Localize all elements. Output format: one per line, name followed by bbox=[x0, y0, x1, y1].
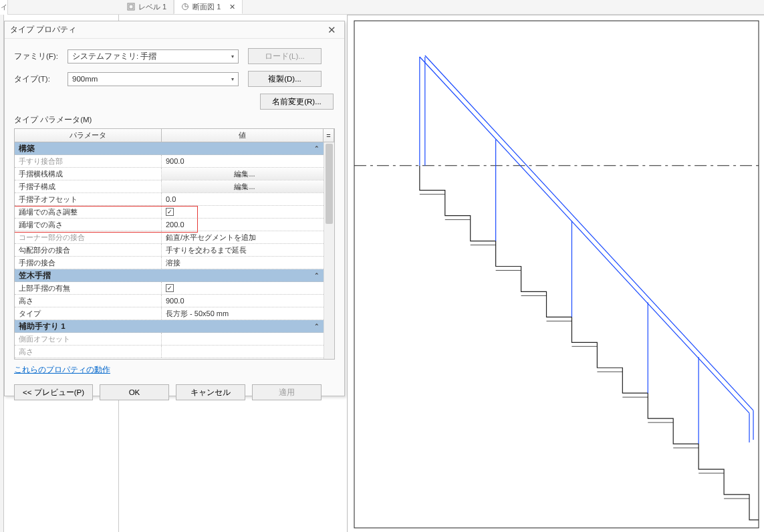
param-name: 手すり接合部 bbox=[15, 155, 162, 167]
header-value[interactable]: 値 bbox=[162, 129, 324, 142]
close-icon[interactable]: ✕ bbox=[229, 3, 235, 11]
scrollbar[interactable] bbox=[324, 142, 334, 359]
param-name: 踊場での高さ bbox=[15, 219, 162, 231]
cancel-button[interactable]: キャンセル bbox=[176, 384, 245, 400]
type-select[interactable]: 900mm ▾ bbox=[68, 72, 239, 86]
param-name: 踊場での高さ調整 bbox=[15, 206, 162, 218]
svg-rect-1 bbox=[129, 5, 133, 9]
edit-button[interactable]: 編集... bbox=[162, 180, 324, 192]
section-view-canvas[interactable] bbox=[347, 15, 764, 532]
plan-view-icon bbox=[127, 3, 135, 11]
param-name: 手摺子オフセット bbox=[15, 193, 162, 205]
svg-line-7 bbox=[420, 57, 749, 413]
parameter-table: パラメータ 値 = 構築⌃ 手すり接合部900.0 手摺横桟構成編集... 手摺… bbox=[14, 128, 335, 360]
section-drawing bbox=[348, 15, 764, 532]
collapse-icon: ⌃ bbox=[314, 272, 320, 279]
param-name: 高さ bbox=[15, 346, 162, 358]
collapse-icon: ⌃ bbox=[314, 323, 320, 329]
type-value: 900mm bbox=[72, 75, 98, 83]
family-label: ファミリ(F): bbox=[14, 51, 58, 61]
param-name: 高さ bbox=[15, 295, 162, 307]
scrollbar-thumb[interactable] bbox=[326, 144, 333, 224]
family-value: システムファミリ: 手摺 bbox=[72, 51, 156, 61]
tab-label: 断面図 1 bbox=[193, 2, 221, 12]
section-view-icon bbox=[181, 3, 189, 11]
properties-edge-tab[interactable]: イ bbox=[0, 0, 8, 15]
param-value[interactable] bbox=[162, 346, 324, 358]
checkbox-icon: ✓ bbox=[166, 208, 174, 216]
param-checkbox[interactable]: ✓ bbox=[162, 282, 324, 294]
document-tabs: イ レベル 1 断面図 1 ✕ bbox=[0, 0, 764, 15]
close-icon[interactable]: ✕ bbox=[325, 24, 339, 36]
param-value[interactable]: 鉛直/水平セグメントを追加 bbox=[162, 231, 324, 243]
tab-level-1[interactable]: レベル 1 bbox=[120, 0, 174, 14]
param-value[interactable]: 長方形 - 50x50 mm bbox=[162, 307, 324, 319]
checkbox-icon: ✓ bbox=[166, 284, 174, 292]
param-value[interactable]: 溶接 bbox=[162, 257, 324, 269]
group-handrail-1[interactable]: 補助手すり 1⌃ bbox=[15, 320, 324, 333]
param-checkbox[interactable]: ✓ bbox=[162, 206, 324, 218]
param-value[interactable]: 0.0 bbox=[162, 193, 324, 205]
chevron-down-icon: ▾ bbox=[231, 76, 234, 82]
family-select[interactable]: システムファミリ: 手摺 ▾ bbox=[68, 49, 239, 63]
param-name: コーナー部分の接合 bbox=[15, 231, 162, 243]
type-label: タイプ(T): bbox=[14, 74, 58, 84]
type-properties-dialog: タイプ プロパティ ✕ ファミリ(F): システムファミリ: 手摺 ▾ ロード(… bbox=[4, 21, 345, 396]
param-name: タイプ bbox=[15, 307, 162, 319]
svg-rect-3 bbox=[354, 21, 759, 528]
param-name: 勾配部分の接合 bbox=[15, 244, 162, 256]
param-value[interactable]: 900.0 bbox=[162, 295, 324, 307]
ok-button[interactable]: OK bbox=[100, 384, 169, 400]
dialog-titlebar[interactable]: タイプ プロパティ ✕ bbox=[5, 21, 344, 39]
dialog-title: タイプ プロパティ bbox=[10, 24, 76, 35]
duplicate-button[interactable]: 複製(D)... bbox=[248, 71, 322, 87]
rename-button[interactable]: 名前変更(R)... bbox=[260, 94, 334, 110]
param-value[interactable]: 200.0 bbox=[162, 219, 324, 231]
param-name: 側面オフセット bbox=[15, 333, 162, 345]
param-name: 手摺子構成 bbox=[15, 180, 162, 192]
tab-section-1[interactable]: 断面図 1 ✕ bbox=[174, 0, 243, 14]
header-parameter[interactable]: パラメータ bbox=[15, 129, 162, 142]
group-construction[interactable]: 構築⌃ bbox=[15, 142, 324, 155]
load-button: ロード(L)... bbox=[248, 48, 322, 64]
param-name: 上部手摺の有無 bbox=[15, 282, 162, 294]
param-name: 手摺の接合 bbox=[15, 257, 162, 269]
apply-button: 適用 bbox=[252, 384, 322, 400]
group-top-rail[interactable]: 笠木手摺⌃ bbox=[15, 269, 324, 282]
chevron-down-icon: ▾ bbox=[231, 53, 234, 59]
preview-button[interactable]: << プレビュー(P) bbox=[14, 384, 93, 400]
header-equals: = bbox=[324, 129, 334, 142]
tab-label: レベル 1 bbox=[138, 2, 166, 12]
param-value[interactable] bbox=[162, 333, 324, 345]
svg-line-8 bbox=[425, 55, 753, 410]
property-behavior-link[interactable]: これらのプロパティの動作 bbox=[14, 365, 110, 375]
type-parameters-label: タイプ パラメータ(M) bbox=[14, 115, 335, 125]
collapse-icon: ⌃ bbox=[314, 145, 320, 152]
param-value[interactable]: 900.0 bbox=[162, 155, 324, 167]
param-value[interactable]: 手すりを交わるまで延長 bbox=[162, 244, 324, 256]
edit-button[interactable]: 編集... bbox=[162, 168, 324, 180]
param-name: 手摺横桟構成 bbox=[15, 168, 162, 180]
